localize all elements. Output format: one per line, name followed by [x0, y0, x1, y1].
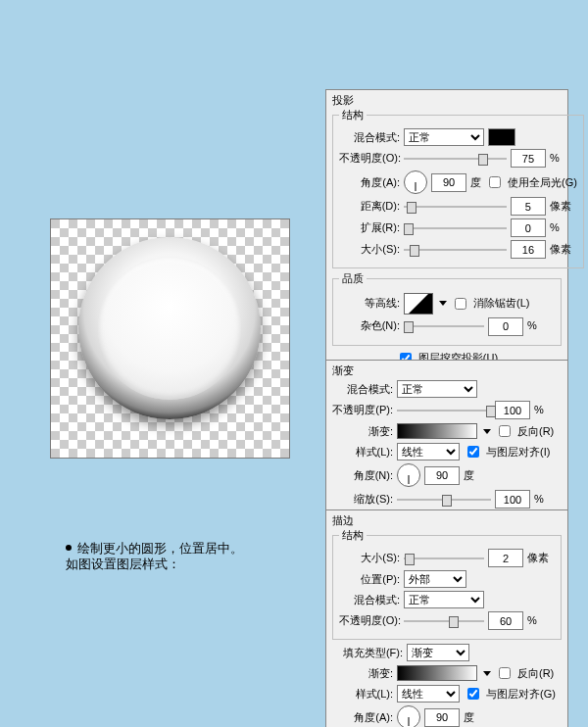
- gradient-picker[interactable]: [397, 423, 477, 439]
- panel-title: 描边: [332, 514, 562, 527]
- opacity-slider[interactable]: [404, 152, 507, 166]
- reverse-checkbox[interactable]: [499, 667, 511, 679]
- reverse-checkbox[interactable]: [499, 425, 511, 437]
- contour-picker[interactable]: [404, 293, 433, 315]
- spread-input[interactable]: [511, 218, 546, 237]
- chevron-down-icon[interactable]: [483, 429, 491, 434]
- bullet-icon: [66, 545, 72, 551]
- style-select[interactable]: 线性: [397, 685, 460, 703]
- fill-type-select[interactable]: 渐变: [407, 644, 469, 661]
- angle-input[interactable]: [431, 173, 466, 192]
- opacity-input[interactable]: [495, 401, 530, 419]
- drop-shadow-panel: 投影 结构 混合模式: 正常 不透明度(O): % 角度(A): 度 使用全局光…: [325, 89, 568, 379]
- structure-group: 结构 混合模式: 正常 不透明度(O): % 角度(A): 度 使用全局光(G)…: [332, 109, 584, 268]
- opacity-slider[interactable]: [404, 614, 484, 628]
- size-slider[interactable]: [404, 243, 507, 257]
- angle-input[interactable]: [424, 466, 460, 485]
- opacity-input[interactable]: [488, 611, 523, 630]
- blend-mode-select[interactable]: 正常: [404, 128, 484, 146]
- panel-title: 投影: [332, 94, 562, 107]
- opacity-slider[interactable]: [397, 404, 491, 417]
- noise-slider[interactable]: [404, 319, 484, 333]
- blend-mode-select[interactable]: 正常: [404, 591, 484, 608]
- gradient-overlay-panel: 渐变 混合模式: 正常 不透明度(P): % 渐变: 反向(R) 样式(L): …: [325, 360, 568, 520]
- gradient-picker[interactable]: [397, 665, 477, 681]
- global-light-checkbox[interactable]: [489, 176, 501, 188]
- quality-group: 品质 等高线: 消除锯齿(L) 杂色(N): %: [332, 272, 562, 345]
- scale-slider[interactable]: [397, 493, 491, 507]
- scale-input[interactable]: [495, 490, 530, 509]
- color-swatch[interactable]: [488, 128, 515, 146]
- align-checkbox[interactable]: [467, 446, 479, 458]
- noise-input[interactable]: [488, 317, 523, 336]
- structure-group: 结构 大小(S): 像素 位置(P): 外部 混合模式: 正常 不透明度(O):…: [332, 529, 562, 640]
- size-slider[interactable]: [404, 552, 484, 565]
- chevron-down-icon[interactable]: [439, 301, 447, 306]
- size-input[interactable]: [488, 549, 523, 567]
- position-select[interactable]: 外部: [404, 570, 466, 588]
- panel-title: 渐变: [332, 364, 562, 377]
- blend-mode-select[interactable]: 正常: [397, 380, 477, 398]
- align-checkbox[interactable]: [467, 688, 479, 700]
- chevron-down-icon[interactable]: [483, 671, 491, 676]
- size-input[interactable]: [511, 240, 546, 259]
- antialias-checkbox[interactable]: [455, 298, 466, 310]
- angle-dial[interactable]: [404, 170, 427, 194]
- circle-shape: [78, 237, 261, 419]
- distance-slider[interactable]: [404, 200, 507, 214]
- instruction-text: 绘制更小的圆形，位置居中。 如图设置图层样式：: [66, 541, 243, 571]
- opacity-input[interactable]: [511, 149, 546, 168]
- angle-dial[interactable]: [397, 705, 420, 727]
- style-select[interactable]: 线性: [397, 443, 460, 460]
- angle-input[interactable]: [424, 708, 460, 727]
- angle-dial[interactable]: [397, 463, 420, 487]
- spread-slider[interactable]: [404, 221, 507, 235]
- stroke-panel: 描边 结构 大小(S): 像素 位置(P): 外部 混合模式: 正常 不透明度(…: [325, 509, 568, 727]
- distance-input[interactable]: [511, 197, 546, 216]
- preview-canvas: [50, 218, 290, 459]
